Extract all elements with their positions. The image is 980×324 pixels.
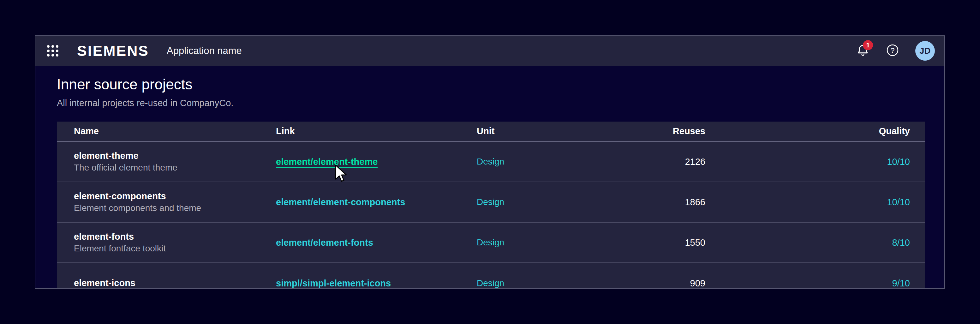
project-reuses-count: 1550 [622,238,705,248]
user-avatar[interactable]: JD [915,41,935,61]
project-reuses-count: 2126 [622,156,705,167]
project-description: Element fontface toolkit [74,243,276,254]
application-name: Application name [167,45,242,56]
column-header-reuses: Reuses [622,126,705,136]
siemens-logo: SIEMENS [77,42,149,59]
project-name-cell: element-theme The official element theme [74,151,276,173]
project-unit-link[interactable]: Design [477,278,504,288]
project-unit-link[interactable]: Design [477,156,504,166]
project-unit-link[interactable]: Design [477,197,504,207]
project-link[interactable]: simpl/simpl-element-icons [276,278,391,288]
project-quality-link[interactable]: 10/10 [705,197,910,207]
table-body: element-theme The official element theme… [57,142,925,289]
notifications-button[interactable]: 1 [854,42,872,60]
project-link[interactable]: element/element-fonts [276,238,373,247]
column-header-link: Link [276,126,477,136]
column-header-unit: Unit [477,126,622,136]
help-button[interactable]: ? [884,42,901,60]
column-header-name: Name [74,126,276,136]
project-name: element-components [74,191,276,201]
page-subtitle: All internal projects re-used in Company… [57,98,924,108]
table-header-row: Name Link Unit Reuses Quality [57,121,925,142]
project-reuses-count: 909 [622,278,705,289]
project-name-cell: element-fonts Element fontface toolkit [74,231,276,254]
project-reuses-count: 1866 [622,197,705,207]
project-name: element-theme [74,151,276,161]
projects-table: Name Link Unit Reuses Quality element-th… [57,121,925,289]
desktop: { "topbar": { "logo": "SIEMENS", "app_na… [0,0,980,324]
project-description: Element components and theme [74,203,276,213]
notification-count-badge: 1 [863,40,873,50]
project-name-cell: element-components Element components an… [74,191,276,214]
project-link[interactable]: element/element-components [276,197,405,207]
svg-text:?: ? [891,46,895,54]
table-row: element-icons simpl/simpl-element-icons … [57,263,925,289]
project-name: element-icons [74,278,276,288]
project-quality-link[interactable]: 8/10 [705,238,910,248]
table-row: element-components Element components an… [57,182,925,223]
top-navigation-bar: SIEMENS Application name 1 ? JD [35,36,944,66]
page-title: Inner source projects [57,76,924,93]
table-row: element-theme The official element theme… [57,142,925,182]
project-unit-link[interactable]: Design [477,238,504,247]
column-header-quality: Quality [705,126,910,136]
project-link[interactable]: element/element-theme [276,156,378,167]
project-quality-link[interactable]: 9/10 [705,278,910,289]
table-row: element-fonts Element fontface toolkit e… [57,223,925,263]
project-description: The official element theme [74,163,276,173]
project-name-cell: element-icons [74,278,276,288]
page-content: Inner source projects All internal proje… [35,76,944,289]
app-window: SIEMENS Application name 1 ? JD Inner [35,35,945,289]
question-circle-icon: ? [886,43,899,58]
project-name: element-fonts [74,231,276,242]
app-launcher-icon[interactable] [46,44,59,57]
project-quality-link[interactable]: 10/10 [705,156,910,167]
